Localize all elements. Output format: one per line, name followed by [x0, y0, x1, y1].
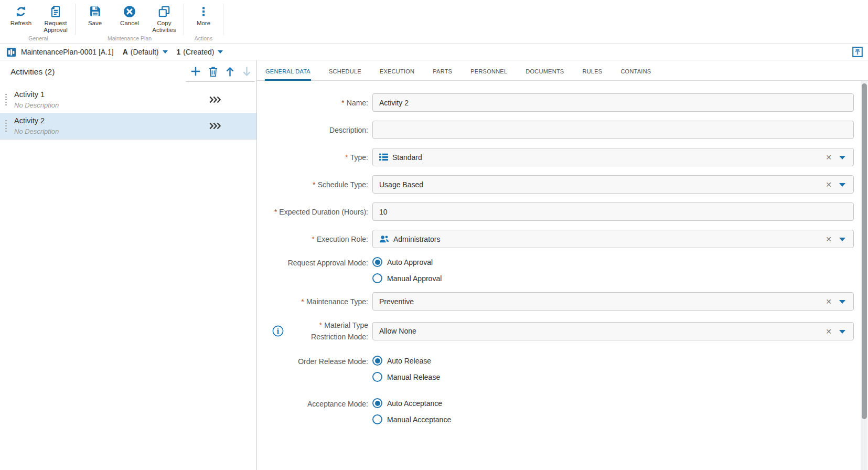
toolbar-group-caption: General [4, 35, 72, 41]
clear-icon[interactable]: ✕ [826, 327, 832, 336]
toolbar-group-caption: Maintenance Plan [78, 35, 181, 41]
open-activity-chevrons-icon[interactable] [209, 96, 221, 103]
activity-name: Activity 2 [14, 116, 45, 125]
object-title-bar: MaintenancePlan-0001 [A.1] A (Default) 1… [0, 44, 868, 60]
maintenance-type-dropdown[interactable]: Preventive ✕ [372, 292, 854, 311]
refresh-button[interactable]: Refresh [4, 3, 38, 34]
activities-panel: Activities (2) [0, 60, 257, 470]
description-input[interactable] [372, 121, 854, 139]
tab-parts[interactable]: PARTS [432, 68, 453, 81]
activity-description: No Description [14, 101, 59, 109]
field-label: Acceptance Mode: [257, 398, 368, 410]
dropdown-caret-icon[interactable] [839, 300, 845, 304]
form-row-acceptance-mode: Acceptance Mode: Auto Acceptance Manual … [257, 398, 868, 424]
revision-letter: A [123, 48, 128, 56]
radio-option-auto-approval[interactable]: Auto Approval [372, 257, 442, 267]
clear-icon[interactable]: ✕ [826, 234, 832, 244]
save-button[interactable]: Save [78, 3, 112, 34]
request-approval-icon [49, 4, 62, 18]
tab-personnel[interactable]: PERSONNEL [470, 68, 508, 81]
radio-selected-icon[interactable] [372, 356, 382, 366]
required-asterisk: * [301, 297, 304, 306]
svg-text:i: i [277, 327, 280, 335]
type-value: Standard [392, 153, 422, 162]
more-button[interactable]: More [187, 3, 220, 27]
clear-icon[interactable]: ✕ [826, 153, 832, 162]
info-icon[interactable]: i [272, 325, 284, 337]
move-up-icon[interactable] [225, 66, 235, 77]
form-row-request-approval-mode: Request Approval Mode: Auto Approval Man… [257, 257, 868, 283]
radio-unselected-icon[interactable] [372, 414, 382, 424]
execution-role-dropdown[interactable]: Administrators ✕ [372, 230, 854, 248]
field-label: Request Approval Mode: [257, 257, 368, 269]
radio-unselected-icon[interactable] [372, 372, 382, 382]
material-type-restriction-dropdown[interactable]: Allow None ✕ [372, 322, 854, 340]
radio-label: Manual Acceptance [387, 415, 451, 424]
dropdown-caret-icon[interactable] [839, 156, 845, 159]
tab-contains[interactable]: CONTAINS [620, 68, 651, 81]
toolbar-group-caption: Actions [187, 35, 220, 41]
revision-dropdown-caret-icon[interactable] [163, 50, 168, 54]
execution-role-value: Administrators [393, 235, 440, 243]
type-dropdown[interactable]: Standard ✕ [372, 148, 854, 166]
version-dropdown-caret-icon[interactable] [218, 50, 223, 54]
radio-option-manual-approval[interactable]: Manual Approval [372, 273, 442, 283]
drag-handle-icon[interactable] [5, 120, 7, 133]
button-label: Save [88, 20, 102, 27]
revision-label: (Default) [131, 48, 159, 56]
button-label: More [197, 20, 210, 27]
field-label: *Execution Role: [257, 233, 368, 245]
radio-unselected-icon[interactable] [372, 273, 382, 283]
form-row-expected-duration: *Expected Duration (Hours): [257, 202, 868, 221]
radio-option-auto-acceptance[interactable]: Auto Acceptance [372, 398, 451, 408]
schedule-type-dropdown[interactable]: Usage Based ✕ [372, 175, 854, 194]
form-row-material-type-restriction: i *Material Type Restriction Mode: Allow… [257, 319, 868, 343]
expected-duration-input[interactable] [372, 202, 854, 221]
request-approval-radio-group: Auto Approval Manual Approval [372, 257, 442, 283]
scrollbar-thumb[interactable] [862, 83, 867, 419]
radio-option-manual-release[interactable]: Manual Release [372, 372, 440, 382]
open-in-window-icon[interactable] [852, 47, 863, 57]
dropdown-caret-icon[interactable] [839, 238, 845, 241]
copy-activities-button[interactable]: Copy Activities [147, 3, 181, 34]
clear-icon[interactable]: ✕ [826, 297, 832, 306]
field-label: *Schedule Type: [257, 179, 368, 190]
open-activity-chevrons-icon[interactable] [209, 122, 221, 130]
clear-icon[interactable]: ✕ [826, 180, 832, 189]
tab-general-data[interactable]: GENERAL DATA [265, 68, 311, 81]
request-approval-button[interactable]: Request Approval [39, 3, 72, 34]
activity-list-item[interactable]: Activity 1 No Description [0, 87, 256, 113]
tab-documents[interactable]: DOCUMENTS [525, 68, 564, 81]
radio-selected-icon[interactable] [372, 257, 382, 267]
move-down-icon[interactable] [242, 66, 252, 77]
form-row-description: Description: [257, 121, 868, 139]
vertical-scrollbar[interactable] [861, 81, 867, 470]
toolbar-group-actions: More Actions [186, 3, 221, 44]
ribbon-toolbar: Refresh Request Approval General Save [0, 0, 868, 44]
maintenance-plan-icon [6, 47, 16, 57]
radio-option-auto-release[interactable]: Auto Release [372, 356, 440, 366]
activity-list-item-selected[interactable]: Activity 2 No Description [0, 113, 256, 140]
version-label: (Created) [183, 48, 214, 56]
required-asterisk: * [345, 153, 348, 162]
cancel-button[interactable]: Cancel [113, 3, 146, 34]
tab-rules[interactable]: RULES [582, 68, 603, 81]
add-icon[interactable] [190, 66, 201, 77]
radio-selected-icon[interactable] [372, 398, 382, 408]
radio-label: Manual Approval [387, 274, 442, 283]
name-input[interactable] [372, 93, 854, 112]
radio-option-manual-acceptance[interactable]: Manual Acceptance [372, 414, 451, 424]
tab-schedule[interactable]: SCHEDULE [328, 68, 362, 81]
dropdown-caret-icon[interactable] [839, 183, 845, 187]
general-data-form: *Name: Description: *Type: Standard [257, 81, 868, 424]
dropdown-caret-icon[interactable] [839, 330, 845, 334]
schedule-type-value: Usage Based [379, 180, 423, 189]
field-label: *Name: [257, 97, 368, 109]
tab-execution[interactable]: EXECUTION [379, 68, 415, 81]
field-label: *Maintenance Type: [257, 296, 368, 307]
drag-handle-icon[interactable] [5, 94, 7, 107]
delete-icon[interactable] [208, 66, 218, 77]
field-label: *Type: [257, 152, 368, 163]
toolbar-group-maintenance-plan: Save Cancel Copy Activities Maintenance … [77, 3, 182, 44]
maintenance-type-value: Preventive [379, 297, 414, 306]
